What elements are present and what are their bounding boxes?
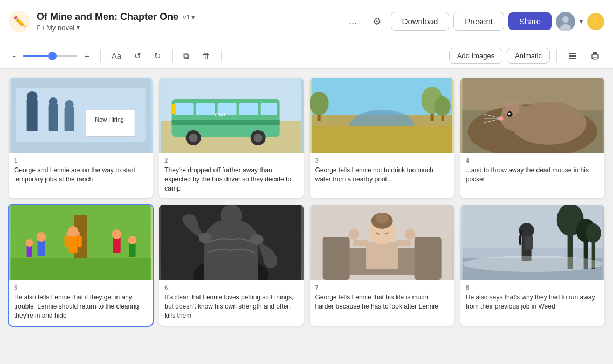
svg-point-33 — [254, 134, 263, 142]
card-number-7: 7 — [315, 284, 449, 291]
card-text-7: George tells Lennie that his life is muc… — [315, 293, 449, 311]
svg-rect-28 — [261, 103, 277, 115]
card-content-7: 7 George tells Lennie that his life is m… — [310, 280, 454, 317]
svg-rect-65 — [67, 232, 71, 236]
print-icon — [590, 51, 600, 61]
svg-point-17 — [65, 100, 74, 109]
svg-rect-84 — [366, 242, 398, 269]
svg-point-78 — [251, 234, 264, 245]
zoom-control: - + — [9, 49, 94, 62]
svg-rect-66 — [75, 232, 80, 236]
avatar-chevron-icon[interactable]: ▾ — [580, 18, 583, 25]
svg-rect-27 — [239, 103, 258, 115]
svg-rect-82 — [322, 237, 349, 280]
svg-rect-71 — [27, 245, 32, 257]
toolbar: - + Aa ↺ ↻ ⧉ 🗑 Add Images Animatic — [0, 43, 613, 69]
svg-point-106 — [462, 256, 602, 272]
svg-rect-12 — [27, 99, 38, 131]
svg-rect-20 — [86, 136, 135, 137]
card-image-6 — [159, 205, 303, 280]
svg-rect-63 — [65, 236, 69, 247]
storyboard-card-6[interactable]: 6 It's clear that Lennie loves petting s… — [159, 205, 303, 325]
card-text-1: George and Lennie are on the way to star… — [14, 166, 147, 184]
svg-point-1 — [562, 16, 569, 23]
svg-rect-16 — [65, 107, 74, 131]
subtitle-chevron-icon[interactable]: ▾ — [77, 24, 80, 31]
svg-point-15 — [49, 97, 58, 106]
separator-2 — [172, 50, 173, 62]
svg-rect-45 — [312, 126, 452, 153]
svg-rect-5 — [569, 58, 576, 59]
svg-rect-4 — [569, 55, 576, 57]
svg-point-102 — [586, 223, 601, 243]
list-view-button[interactable] — [563, 49, 582, 63]
svg-rect-86 — [395, 240, 411, 246]
card-number-4: 4 — [466, 157, 599, 164]
card-content-8: 8 He also says that's why they had to ru… — [460, 280, 604, 317]
card-text-5: He also tells Lennie that if they get in… — [14, 293, 147, 320]
svg-rect-7 — [593, 52, 597, 54]
redo-button[interactable]: ↻ — [150, 49, 166, 63]
storyboard-card-7[interactable]: 7 George tells Lennie that his life is m… — [310, 205, 454, 325]
svg-rect-18 — [86, 110, 135, 137]
add-images-button[interactable]: Add Images — [449, 48, 502, 64]
copy-button[interactable]: ⧉ — [179, 49, 194, 63]
app-logo: ✏️ — [9, 11, 30, 32]
separator-1 — [100, 50, 101, 62]
svg-rect-61 — [69, 234, 78, 253]
svg-point-77 — [199, 233, 212, 243]
animatic-button[interactable]: Animatic — [507, 48, 550, 64]
storyboard-card-3[interactable]: 3 George tells Lennie not to drink too m… — [310, 78, 454, 198]
storyboard-card-4[interactable]: 4 ...and to throw away the dead mouse in… — [460, 78, 604, 198]
zoom-out-button[interactable]: - — [9, 49, 20, 62]
storyboard-card-5[interactable]: 5 He also tells Lennie that if they get … — [9, 205, 153, 325]
svg-point-9 — [597, 55, 598, 57]
storyboard-card-2[interactable]: 0041 2 They're dropped off further away … — [159, 78, 303, 198]
card-image-4 — [460, 78, 604, 153]
svg-rect-69 — [113, 237, 121, 253]
font-button[interactable]: Aa — [107, 49, 126, 62]
version-badge: v1 ▾ — [183, 13, 195, 21]
card-image-8 — [460, 205, 604, 280]
topbar: ✏️ Of Mine and Men: Chapter One v1 ▾ My … — [0, 0, 613, 43]
card-number-3: 3 — [315, 157, 449, 164]
svg-rect-64 — [78, 236, 82, 247]
user-avatar[interactable] — [556, 12, 575, 31]
card-content-6: 6 It's clear that Lennie loves petting s… — [159, 280, 303, 325]
version-chevron-icon[interactable]: ▾ — [191, 13, 195, 21]
undo-button[interactable]: ↺ — [130, 49, 146, 63]
card-image-2: 0041 — [159, 78, 303, 153]
svg-rect-24 — [175, 103, 194, 115]
share-button[interactable]: Share — [508, 12, 552, 30]
svg-point-88 — [404, 229, 415, 240]
svg-rect-25 — [196, 103, 215, 115]
svg-rect-8 — [593, 57, 597, 59]
download-button[interactable]: Download — [391, 12, 450, 31]
delete-button[interactable]: 🗑 — [198, 49, 215, 62]
present-button[interactable]: Present — [453, 12, 504, 31]
project-name: My novel — [46, 24, 74, 32]
print-button[interactable] — [586, 49, 604, 63]
list-icon — [568, 51, 577, 61]
svg-rect-34 — [172, 104, 176, 114]
separator-3 — [221, 50, 222, 62]
settings-button[interactable]: ⚙ — [367, 12, 387, 31]
zoom-slider[interactable] — [23, 55, 77, 57]
more-options-button[interactable]: ... — [343, 12, 363, 31]
card-text-6: It's clear that Lennie loves petting sof… — [164, 293, 298, 320]
storyboard-card-8[interactable]: 8 He also says that's why they had to ru… — [460, 205, 604, 325]
card-text-2: They're dropped off further away than ex… — [164, 166, 298, 193]
svg-point-40 — [310, 92, 329, 115]
document-title: Of Mine and Men: Chapter One — [37, 11, 178, 23]
card-content-4: 4 ...and to throw away the dead mouse in… — [460, 153, 604, 190]
zoom-in-button[interactable]: + — [80, 49, 94, 62]
storyboard-card-1[interactable]: Now Hiring! 1 George and Lennie are on t… — [9, 78, 153, 198]
svg-rect-3 — [569, 53, 576, 54]
svg-rect-14 — [49, 104, 58, 131]
svg-point-31 — [189, 134, 198, 142]
svg-point-70 — [112, 229, 122, 239]
card-number-2: 2 — [164, 157, 298, 164]
title-area: Of Mine and Men: Chapter One v1 ▾ My nov… — [37, 11, 337, 32]
lightning-button[interactable]: ⚡ — [587, 13, 604, 30]
svg-rect-105 — [524, 236, 533, 249]
